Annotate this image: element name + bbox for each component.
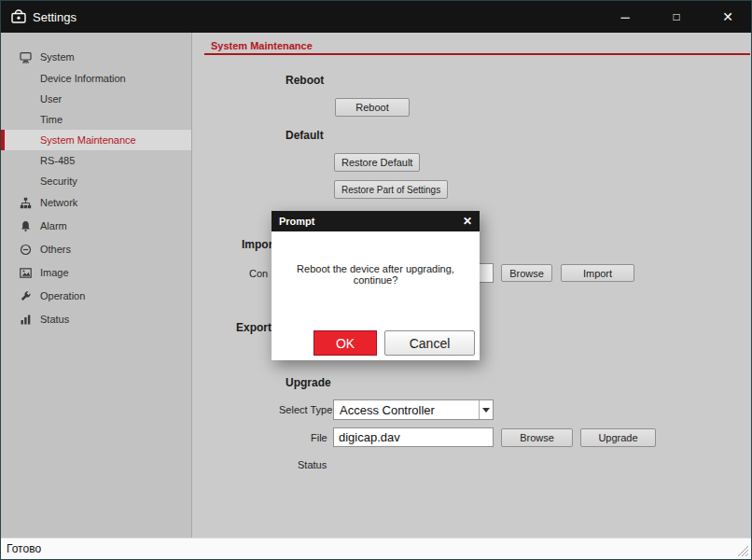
upgrade-file-input[interactable] bbox=[333, 427, 494, 447]
sidebar-item-image[interactable]: Image bbox=[1, 262, 191, 283]
resize-grip[interactable] bbox=[737, 545, 749, 557]
restore-part-of-settings-button[interactable]: Restore Part of Settings bbox=[334, 180, 448, 199]
sidebar-item-label: Status bbox=[40, 309, 69, 329]
sidebar-item-system[interactable]: System bbox=[1, 47, 191, 67]
sidebar-item-others[interactable]: Others bbox=[1, 239, 191, 259]
sidebar-item-label: Network bbox=[40, 192, 77, 213]
tab-underline bbox=[204, 53, 750, 55]
upgrade-browse-button[interactable]: Browse bbox=[501, 428, 573, 447]
others-icon bbox=[20, 243, 32, 255]
sidebar-item-label: Device Information bbox=[40, 68, 126, 89]
prompt-dialog-titlebar: Prompt ✕ bbox=[272, 211, 480, 231]
settings-window: Settings ─ □ ✕ System Device Information… bbox=[0, 0, 752, 560]
sidebar-item-alarm[interactable]: Alarm bbox=[1, 216, 191, 236]
alarm-icon bbox=[20, 219, 32, 231]
ok-button[interactable]: OK bbox=[313, 330, 377, 356]
sidebar-item-time[interactable]: Time bbox=[1, 109, 191, 130]
default-heading: Default bbox=[285, 129, 324, 142]
import-config-label: Con bbox=[249, 268, 268, 279]
sidebar-item-label: RS-485 bbox=[40, 150, 75, 171]
close-button[interactable]: ✕ bbox=[706, 1, 749, 33]
prompt-dialog-title: Prompt bbox=[279, 216, 315, 227]
sidebar-item-label: Time bbox=[40, 109, 63, 130]
sidebar: System Device Information User Time Syst… bbox=[1, 33, 192, 538]
restore-default-button[interactable]: Restore Default bbox=[334, 153, 420, 172]
app-icon bbox=[10, 8, 27, 25]
sidebar-item-label: Others bbox=[40, 239, 71, 259]
reboot-button[interactable]: Reboot bbox=[335, 98, 410, 117]
window-title: Settings bbox=[33, 1, 77, 33]
upgrade-heading: Upgrade bbox=[285, 376, 331, 389]
upgrade-button[interactable]: Upgrade bbox=[580, 428, 656, 447]
sidebar-item-label: Operation bbox=[40, 286, 85, 306]
chevron-down-icon bbox=[479, 400, 493, 419]
sidebar-item-security[interactable]: Security bbox=[1, 171, 191, 191]
sidebar-item-status[interactable]: Status bbox=[1, 309, 191, 329]
sidebar-item-system-maintenance[interactable]: System Maintenance bbox=[1, 130, 191, 150]
export-heading: Export bbox=[236, 321, 272, 334]
status-bar-text: Готово bbox=[7, 542, 41, 555]
operation-icon bbox=[20, 289, 32, 301]
import-button[interactable]: Import bbox=[561, 264, 634, 282]
file-label: File bbox=[311, 432, 327, 443]
title-bar: Settings ─ □ ✕ bbox=[1, 1, 751, 33]
reboot-heading: Reboot bbox=[285, 74, 324, 87]
select-type-dropdown[interactable]: Access Controller bbox=[333, 399, 494, 420]
sidebar-item-user[interactable]: User bbox=[1, 89, 191, 109]
select-type-label: Select Type bbox=[279, 404, 332, 415]
prompt-dialog: Prompt ✕ Reboot the device after upgradi… bbox=[272, 211, 480, 360]
maximize-button[interactable]: □ bbox=[655, 1, 698, 33]
import-browse-button[interactable]: Browse bbox=[501, 264, 552, 282]
sidebar-item-device-information[interactable]: Device Information bbox=[1, 68, 191, 89]
sidebar-item-label: Security bbox=[40, 171, 77, 191]
sidebar-item-label: User bbox=[40, 89, 62, 109]
status-icon bbox=[20, 313, 32, 325]
sidebar-item-label: Image bbox=[40, 262, 69, 283]
network-icon bbox=[20, 196, 32, 208]
upgrade-status-label: Status bbox=[298, 459, 327, 470]
sidebar-item-label: System Maintenance bbox=[40, 130, 136, 150]
image-icon bbox=[20, 266, 32, 278]
sidebar-item-label: Alarm bbox=[40, 216, 67, 236]
cancel-button[interactable]: Cancel bbox=[384, 330, 475, 356]
sidebar-item-network[interactable]: Network bbox=[1, 192, 191, 213]
dialog-close-icon[interactable]: ✕ bbox=[463, 211, 472, 231]
system-icon bbox=[20, 50, 32, 63]
tab-system-maintenance[interactable]: System Maintenance bbox=[211, 40, 313, 51]
sidebar-item-label: System bbox=[40, 47, 75, 67]
minimize-button[interactable]: ─ bbox=[604, 1, 647, 33]
select-type-value: Access Controller bbox=[340, 403, 435, 417]
status-bar: Готово bbox=[1, 538, 751, 559]
sidebar-item-rs485[interactable]: RS-485 bbox=[1, 150, 191, 171]
sidebar-item-operation[interactable]: Operation bbox=[1, 286, 191, 306]
prompt-dialog-message: Reboot the device after upgrading, conti… bbox=[279, 263, 472, 286]
